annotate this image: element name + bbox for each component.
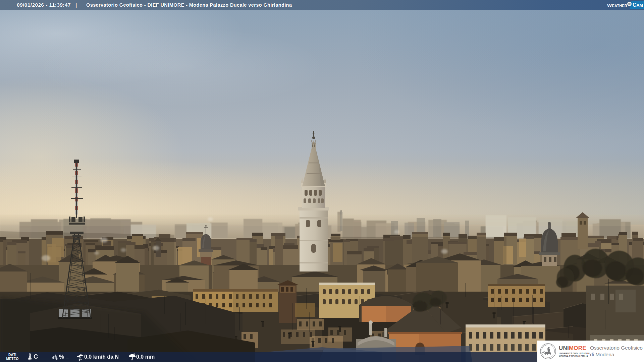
svg-text:1175: 1175: [547, 357, 549, 358]
